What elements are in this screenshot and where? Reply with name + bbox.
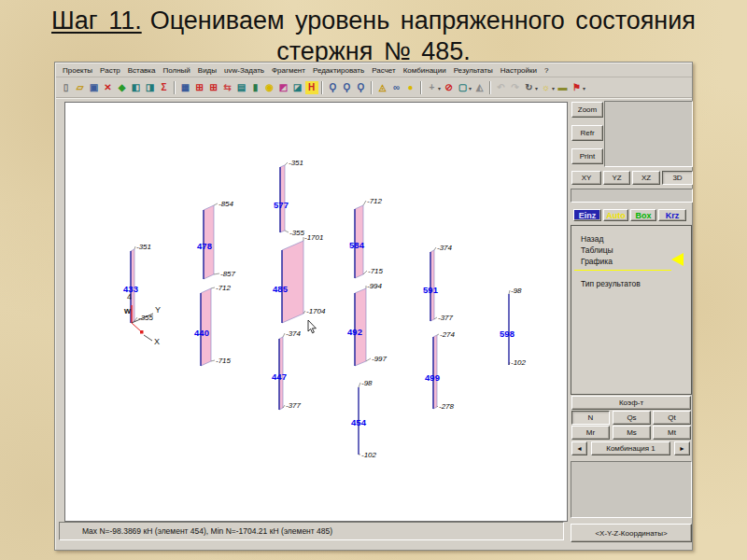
sum-icon[interactable]: Σ [158, 81, 171, 94]
menu-item-11[interactable]: Результаты [450, 66, 497, 75]
force-n-button[interactable]: N [571, 411, 610, 425]
node-numbers-icon[interactable]: ⇆ [221, 81, 234, 94]
force-qs-button[interactable]: Qs [613, 411, 651, 425]
force-ms-button[interactable]: Ms [613, 426, 651, 440]
force-mt-button[interactable]: Mt [653, 426, 691, 440]
refresh-button[interactable]: Refr [571, 125, 603, 141]
svg-text:-102: -102 [511, 358, 527, 367]
undo-icon[interactable]: ↶ [495, 81, 508, 94]
section-icon[interactable]: ▬ [557, 81, 570, 94]
svg-text:-994: -994 [367, 282, 383, 290]
mode-krz-button[interactable]: Krz [658, 209, 686, 221]
render-icon[interactable]: ☼ [540, 81, 553, 94]
element-485[interactable]: -1701-1704485 [273, 233, 326, 323]
svg-text:485: 485 [273, 284, 289, 294]
element-454[interactable]: -98-102454 [351, 379, 376, 459]
menu-item-7[interactable]: Фрагмент [268, 66, 309, 75]
menu-item-8[interactable]: Редактировать [309, 66, 368, 75]
combination-next-button[interactable]: ► [674, 441, 690, 455]
menu-item-6[interactable]: uvw-Задать [220, 66, 268, 75]
menu-item-4[interactable]: Полный [159, 66, 193, 75]
redo-icon[interactable]: ↷ [509, 81, 522, 94]
rotate-view-icon[interactable]: ↻ [523, 81, 536, 94]
copy-mode-icon[interactable]: ▢ [457, 81, 470, 94]
mesh-icon[interactable]: ▦ [179, 81, 192, 94]
move-mode-icon[interactable]: + [426, 81, 439, 94]
menu-item-9[interactable]: Расчет [368, 66, 399, 75]
element-591[interactable]: -374-377591 [423, 244, 453, 322]
flag-icon-dropdown[interactable]: ▾ [583, 85, 585, 91]
view-3d-button[interactable]: 3D [662, 171, 693, 185]
flag-icon[interactable]: ⚑ [571, 81, 584, 94]
zoom-in-icon[interactable]: Ϙ [327, 81, 340, 94]
glasses-icon[interactable]: ∞ [390, 81, 403, 94]
navigator-box[interactable] [604, 101, 693, 167]
menu-item-13[interactable]: ? [541, 66, 552, 75]
mode-einz-button[interactable]: Einz [573, 209, 601, 221]
menu-item-10[interactable]: Комбинации [400, 66, 450, 75]
element-447[interactable]: -374-377447 [272, 329, 301, 410]
search-icon[interactable]: ◭ [473, 81, 486, 94]
view-yz-button[interactable]: YZ [603, 171, 630, 185]
stop-icon[interactable]: ⊘ [443, 81, 456, 94]
open-folder-icon[interactable]: ▱ [74, 81, 87, 94]
view-xy-button[interactable]: XY [571, 171, 601, 185]
element-492[interactable]: -994-997492 [347, 282, 387, 366]
nav-item-back[interactable]: Назад [571, 233, 691, 245]
toolbar: ▯▱▣✕◆◧◨Σ▦⊞⊞⇆▤▮◉◩◪HϘϘϘ◬∞●+▾⊘▢▾◭↶↷↻▾☼▾▬⚑▾ [56, 78, 692, 98]
svg-text:-355: -355 [289, 229, 305, 237]
force-qt-button[interactable]: Qt [653, 411, 691, 425]
element-440[interactable]: -712-715440 [194, 284, 231, 366]
menu-item-3[interactable]: Вставка [124, 66, 160, 75]
table-view-icon[interactable]: ▤ [235, 81, 248, 94]
menu-item-12[interactable]: Настройки [497, 66, 541, 75]
slide: Шаг 11.Оцениваем уровень напряженного со… [0, 0, 747, 560]
fragment-2-icon[interactable]: ◪ [291, 81, 304, 94]
delete-icon[interactable]: ✕ [102, 81, 115, 94]
move-mode-icon-dropdown[interactable]: ▾ [438, 85, 441, 91]
menu-item-5[interactable]: Виды [194, 66, 220, 75]
svg-text:-374: -374 [437, 244, 453, 252]
force-diagram-svg: -351-355433-854-857478-712-715440-351-35… [65, 103, 567, 521]
grid-2-icon[interactable]: ⊞ [207, 81, 220, 94]
toolbar-separator [321, 81, 323, 94]
lock-icon[interactable]: ◬ [376, 81, 389, 94]
regenerate-icon[interactable]: ◆ [116, 81, 129, 94]
grid-1-icon[interactable]: ⊞ [193, 81, 206, 94]
element-598[interactable]: -98-102598 [500, 287, 526, 367]
diagram-canvas[interactable]: -351-355433-854-857478-712-715440-351-35… [64, 102, 568, 522]
hide-elements-icon[interactable]: H [305, 81, 318, 94]
save-icon[interactable]: ▣ [88, 81, 101, 94]
display-2-icon[interactable]: ◨ [144, 81, 157, 94]
display-1-icon[interactable]: ◧ [130, 81, 143, 94]
new-file-icon[interactable]: ▯ [60, 81, 73, 94]
mode-auto-button[interactable]: Auto [603, 209, 628, 221]
mode-box-button[interactable]: Box [630, 209, 656, 221]
combination-prev-button[interactable]: ◄ [571, 441, 587, 455]
element-584[interactable]: -712-715584 [349, 197, 383, 278]
view-xz-button[interactable]: XZ [632, 171, 660, 185]
nav-item-result-type[interactable]: Тип результатов [571, 278, 691, 289]
coefficient-button[interactable]: Коэф-т [571, 396, 691, 410]
status-bar: Max N=-98.3869 кН (элемент 454), Min N=-… [59, 522, 564, 540]
print-button[interactable]: Print [571, 148, 603, 164]
xyz-coordinates-button[interactable]: <X-Y-Z-Координаты> [571, 524, 692, 542]
svg-text:598: 598 [500, 329, 514, 339]
element-499[interactable]: -274-278499 [425, 330, 455, 411]
menu-item-1[interactable]: Проекты [59, 66, 96, 75]
fragment-1-icon[interactable]: ◩ [277, 81, 290, 94]
element-478[interactable]: -854-857478 [197, 200, 235, 279]
zoom-button[interactable]: Zoom [571, 102, 603, 118]
zoom-window-icon[interactable]: Ϙ [355, 81, 368, 94]
rotate-view-icon-dropdown[interactable]: ▾ [535, 85, 538, 91]
render-icon-dropdown[interactable]: ▾ [552, 85, 555, 91]
solid-view-icon[interactable]: ▮ [249, 81, 262, 94]
force-mr-button[interactable]: Mr [571, 426, 610, 440]
element-577[interactable]: -351-355577 [274, 159, 304, 237]
combination-button[interactable]: Комбинация 1 [591, 441, 670, 455]
zoom-out-icon[interactable]: Ϙ [341, 81, 354, 94]
lightbulb-icon[interactable]: ◉ [263, 81, 276, 94]
copy-mode-icon-dropdown[interactable]: ▾ [469, 85, 472, 91]
info-icon[interactable]: ● [404, 81, 417, 94]
menu-item-2[interactable]: Растр [96, 66, 124, 75]
